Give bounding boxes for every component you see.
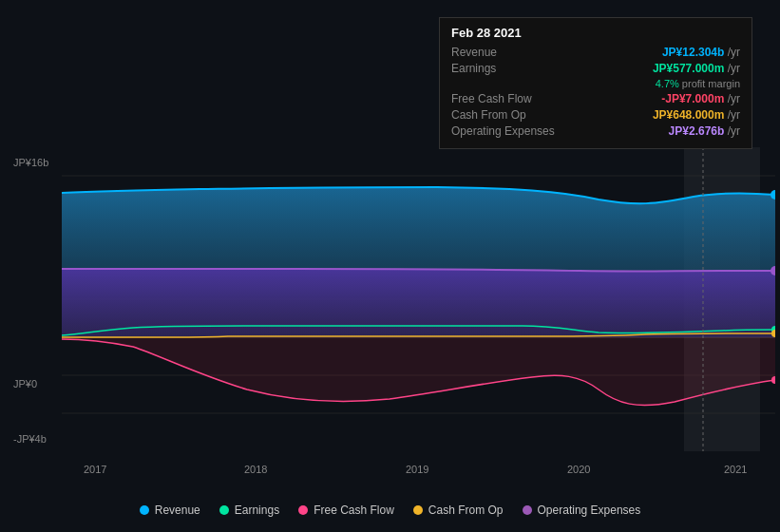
legend-dot-earnings [219,505,229,515]
tooltip-title: Feb 28 2021 [451,26,740,40]
x-label-2018: 2018 [244,464,267,475]
tooltip-row-opex: Operating Expenses JP¥2.676b /yr [451,124,740,138]
legend-revenue[interactable]: Revenue [140,504,200,517]
legend-dot-cashop [413,505,423,515]
legend-opex[interactable]: Operating Expenses [523,504,641,517]
x-label-2017: 2017 [84,464,106,475]
legend: Revenue Earnings Free Cash Flow Cash Fro… [0,504,780,517]
tooltip-row-fcf: Free Cash Flow -JP¥7.000m /yr [451,92,740,105]
legend-label-earnings: Earnings [235,504,279,517]
tooltip: Feb 28 2021 Revenue JP¥12.304b /yr Earni… [439,17,752,149]
legend-dot-opex [523,505,532,515]
tooltip-row-earnings: Earnings JP¥577.000m /yr [451,62,740,75]
legend-label-fcf: Free Cash Flow [314,504,394,517]
legend-label-cashop: Cash From Op [428,504,504,517]
legend-cashop[interactable]: Cash From Op [413,504,504,517]
x-label-2021: 2021 [724,464,747,475]
tooltip-row-revenue: Revenue JP¥12.304b /yr [451,46,740,59]
chart-container: Feb 28 2021 Revenue JP¥12.304b /yr Earni… [0,0,780,532]
chart-svg [10,147,775,451]
legend-earnings[interactable]: Earnings [219,504,279,517]
x-label-2019: 2019 [406,464,428,475]
legend-dot-fcf [298,505,308,515]
x-label-2020: 2020 [567,464,590,475]
tooltip-row-margin: 4.7% profit margin [451,78,740,89]
legend-label-revenue: Revenue [155,504,200,517]
legend-label-opex: Operating Expenses [538,504,641,517]
legend-dot-revenue [140,505,149,515]
legend-fcf[interactable]: Free Cash Flow [298,504,394,517]
tooltip-row-cashop: Cash From Op JP¥648.000m /yr [451,108,740,122]
